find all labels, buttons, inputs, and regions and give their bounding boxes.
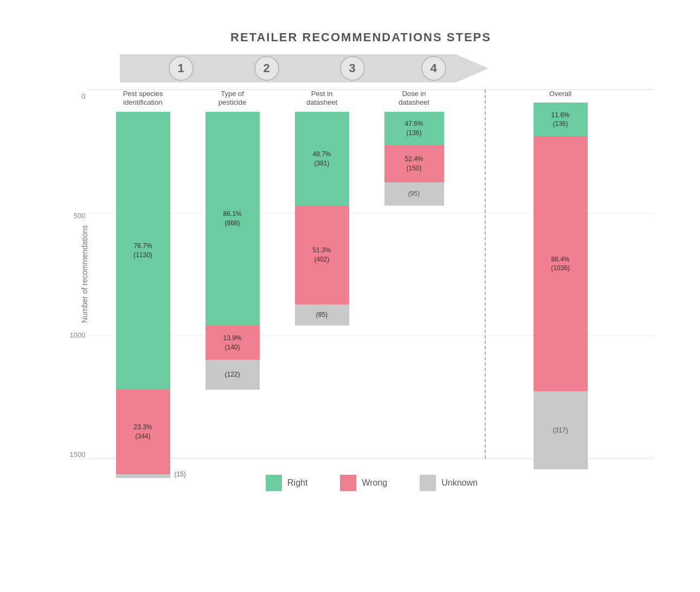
- bar2-wrong-label: 13.9%(140): [223, 334, 241, 352]
- chart-title: RETAILER RECOMMENDATIONS STEPS: [68, 30, 654, 44]
- legend-wrong-swatch: [340, 475, 356, 491]
- bar1-wrong: 23.3%(344): [116, 390, 170, 474]
- bar3-wrong-label: 51.3%(402): [312, 246, 331, 264]
- bar1-right: 76.7%(1130): [116, 112, 170, 390]
- step-4-circle: 4: [421, 56, 446, 81]
- legend-unknown: Unknown: [420, 475, 478, 491]
- legend-wrong: Wrong: [340, 475, 387, 491]
- bar4-right-label: 47.6%(136): [404, 119, 423, 138]
- bar3-right: 48.7%(381): [295, 112, 349, 206]
- bars-area: Pest speciesidentification 76.7%(1130) 2…: [89, 90, 654, 459]
- legend-wrong-label: Wrong: [362, 478, 387, 488]
- bar2-right-label: 86.1%(868): [223, 209, 241, 228]
- y-tick-0: 0: [68, 92, 89, 100]
- step-1-circle: 1: [169, 56, 194, 81]
- bar5-unknown: (317): [534, 391, 588, 469]
- legend-unknown-swatch: [420, 475, 436, 491]
- y-axis-label: Number of recommendations: [80, 225, 89, 323]
- bar5-wrong: 88.4%(1036): [534, 136, 588, 391]
- bar2-unknown-label: (122): [224, 370, 240, 379]
- bar4-wrong: 52.4%(150): [384, 145, 444, 182]
- bar5-label: Overall: [534, 90, 588, 99]
- legend-right-label: Right: [287, 478, 307, 488]
- bar2-wrong: 13.9%(140): [205, 326, 260, 360]
- bar1-label: Pest speciesidentification: [116, 90, 170, 108]
- bar3-right-label: 48.7%(381): [312, 150, 331, 168]
- bar3-unknown-label: (85): [316, 310, 327, 320]
- bar5-right: 11.6%(136): [534, 103, 588, 136]
- y-tick-1500: 1500: [68, 450, 89, 459]
- bar2-right: 86.1%(868): [205, 112, 260, 326]
- bar-pest-datasheet: Pest indatasheet 48.7%(381) 51.3%(402) (…: [295, 90, 349, 326]
- bar1-wrong-label: 23.3%(344): [133, 423, 152, 441]
- legend-right: Right: [266, 475, 307, 491]
- step-2-circle: 2: [254, 56, 279, 81]
- bar5-unknown-label: (317): [553, 426, 568, 435]
- legend-unknown-label: Unknown: [441, 478, 478, 488]
- dashed-separator: [485, 90, 486, 459]
- bar5-right-label: 11.6%(136): [551, 111, 569, 129]
- bar3-wrong: 51.3%(402): [295, 206, 349, 304]
- y-tick-500: 500: [68, 212, 89, 220]
- bar-pest-species: Pest speciesidentification 76.7%(1130) 2…: [116, 90, 170, 479]
- bar-type-pesticide: Type ofpesticide 86.1%(868) 13.9%(140) (…: [205, 90, 260, 390]
- chart-container: RETAILER RECOMMENDATIONS STEPS 1 2 3 4: [25, 20, 676, 573]
- bar1-right-label: 76.7%(1130): [133, 241, 152, 260]
- bar3-unknown: (85): [295, 304, 349, 326]
- bar3-label: Pest indatasheet: [295, 90, 349, 108]
- bar4-wrong-label: 52.4%(150): [404, 155, 423, 173]
- bar4-right: 47.6%(136): [384, 112, 444, 145]
- bar4-unknown: (95): [384, 182, 444, 206]
- bar1-unknown: [116, 474, 170, 478]
- bar-overall: Overall 11.6%(136) 88.4%(1036) (317): [534, 90, 588, 470]
- bar2-label: Type ofpesticide: [205, 90, 260, 108]
- bar5-wrong-label: 88.4%(1036): [551, 255, 570, 273]
- legend-right-swatch: [266, 475, 282, 491]
- step-3-circle: 3: [340, 56, 365, 81]
- bar4-unknown-label: (95): [408, 189, 420, 199]
- bar4-label: Dose indatasheet: [384, 90, 444, 108]
- bar2-unknown: (122): [205, 360, 260, 390]
- bar1-unknown-label: (15): [175, 470, 186, 478]
- y-tick-1000: 1000: [68, 331, 89, 339]
- bar-dose-datasheet: Dose indatasheet 47.6%(136) 52.4%(150) (…: [384, 90, 444, 206]
